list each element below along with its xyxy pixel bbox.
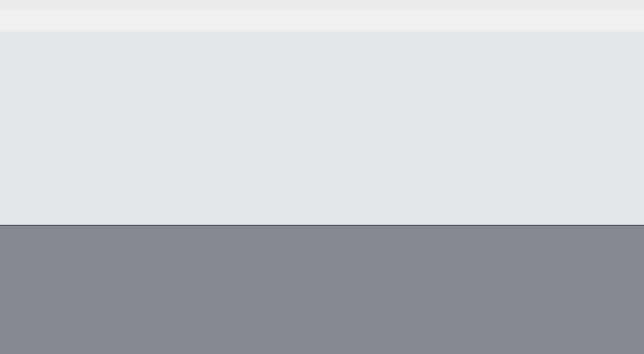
arrangement-toolbar: [486, 10, 644, 31]
arrangement-body: [0, 31, 644, 225]
arrangement-overview[interactable]: [0, 0, 644, 10]
mixer: [0, 225, 644, 354]
beat-time-ruler[interactable]: [0, 10, 486, 31]
